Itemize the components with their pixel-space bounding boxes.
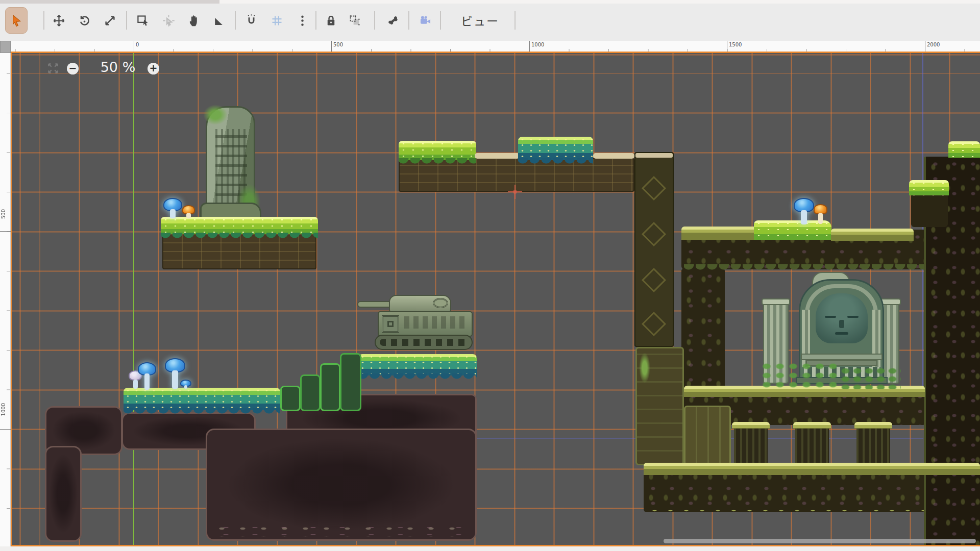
ruin-pillar-3[interactable] bbox=[856, 425, 890, 467]
mushroom-blue-bottom-1[interactable] bbox=[138, 362, 156, 390]
top-platform-tan-edge2 bbox=[593, 153, 634, 159]
top-platform-grass-left[interactable] bbox=[399, 141, 476, 160]
rotate-tool-button[interactable] bbox=[73, 7, 95, 34]
snap-magnet-button[interactable] bbox=[240, 7, 262, 34]
tank-body-lines bbox=[404, 316, 469, 329]
teal-platform-fringe bbox=[124, 408, 280, 417]
resize-tool-button[interactable] bbox=[99, 7, 121, 34]
select-instances-button[interactable] bbox=[132, 7, 154, 34]
rotate-icon bbox=[78, 14, 91, 28]
tank[interactable] bbox=[357, 292, 474, 356]
statue-step1 bbox=[801, 354, 883, 360]
canvas-frame-left bbox=[11, 53, 12, 546]
ruler-major-tick bbox=[0, 231, 11, 232]
canvas-frame-bottom bbox=[11, 545, 980, 546]
move-icon bbox=[52, 14, 66, 28]
zoom-out-button[interactable]: − bbox=[67, 63, 79, 74]
fit-view-icon[interactable] bbox=[46, 62, 60, 75]
ruler-label: 1000 bbox=[531, 42, 544, 47]
right-platform-moss-right bbox=[831, 229, 914, 241]
triangle-icon bbox=[212, 14, 226, 28]
bone-tool-button[interactable] bbox=[382, 7, 404, 34]
tank-wheels bbox=[380, 339, 468, 346]
resize-icon bbox=[103, 14, 117, 28]
camera-tool-button[interactable] bbox=[414, 7, 436, 34]
select-rect-cursor-icon bbox=[136, 14, 150, 28]
tab-strip-rest bbox=[219, 0, 980, 4]
grid-icon bbox=[270, 14, 284, 28]
tank-platform-grass[interactable] bbox=[358, 354, 477, 375]
ruin-pillar-3-cap bbox=[854, 422, 892, 429]
ruin-pillar-1-cap bbox=[732, 422, 770, 429]
ruler-major-tick bbox=[0, 429, 11, 430]
toolbar: ビュー bbox=[0, 0, 980, 41]
ruler-label: 0 bbox=[136, 42, 139, 47]
vine-stairs[interactable] bbox=[280, 351, 362, 412]
stone-face-statue[interactable] bbox=[763, 272, 899, 388]
right-platform-moss-left bbox=[681, 227, 756, 240]
mushroom-orange-left-top[interactable] bbox=[182, 205, 195, 218]
pan-hand-button[interactable] bbox=[183, 7, 205, 34]
corner-tool-button[interactable] bbox=[207, 7, 230, 34]
mushroom-blue-right[interactable] bbox=[794, 198, 814, 224]
ruler-corner bbox=[0, 41, 11, 53]
cave-bracket-column[interactable] bbox=[45, 446, 82, 542]
top-platform-tan-edge bbox=[475, 153, 520, 159]
ruler-label: 1000 bbox=[1, 403, 6, 416]
ruler-label: 500 bbox=[333, 42, 343, 47]
more-options-button[interactable] bbox=[291, 7, 313, 34]
origin-point-marker[interactable] bbox=[508, 185, 522, 199]
tank-platform-fringe bbox=[358, 373, 477, 383]
toolbar-separator bbox=[440, 11, 441, 30]
monolith-platform-grass[interactable] bbox=[161, 217, 318, 234]
ruin-pillar-2-cap bbox=[793, 422, 831, 429]
right-top-step-grass[interactable] bbox=[948, 141, 980, 158]
horizontal-scrollbar[interactable] bbox=[664, 539, 976, 543]
bottom-right-platform-grass bbox=[644, 463, 980, 475]
tab-strip-active bbox=[0, 0, 219, 4]
bone-icon bbox=[386, 14, 400, 28]
cursor-icon bbox=[10, 14, 23, 28]
lock-tool-button[interactable] bbox=[320, 7, 342, 34]
grid-toggle-button[interactable] bbox=[265, 7, 288, 34]
ruin-pillar-2[interactable] bbox=[795, 425, 829, 467]
mossy-block-b[interactable] bbox=[684, 406, 731, 465]
level-editor-window: ビュー 0 500 1000 1500 2000 500 1000 bbox=[0, 0, 980, 551]
mushroom-blue-left-top[interactable] bbox=[163, 198, 182, 218]
mossy-block-a[interactable] bbox=[635, 347, 684, 465]
toolbar-separator bbox=[235, 11, 236, 30]
statue-vines bbox=[840, 367, 901, 389]
window-bottom-strip bbox=[0, 546, 980, 551]
lock-icon bbox=[324, 14, 338, 28]
select-cursor-button[interactable] bbox=[5, 7, 28, 34]
vertical-ruler: 500 1000 bbox=[0, 53, 11, 546]
dim-cursor-icon bbox=[162, 14, 176, 28]
teal-platform-grass[interactable] bbox=[124, 388, 280, 410]
ruler-label: 2000 bbox=[927, 42, 940, 47]
hand-icon bbox=[187, 14, 201, 28]
kebab-icon bbox=[296, 14, 309, 28]
big-cave-block[interactable] bbox=[206, 429, 477, 541]
toolbar-separator bbox=[315, 11, 316, 30]
monolith-platform-fringe bbox=[161, 233, 318, 241]
move-tool-button[interactable] bbox=[47, 7, 70, 34]
mushroom-blue-tiny[interactable] bbox=[180, 380, 191, 389]
view-menu-button[interactable]: ビュー bbox=[456, 7, 504, 34]
tank-hatch bbox=[433, 298, 448, 308]
scene-canvas[interactable]: − 50 % + bbox=[11, 53, 980, 546]
tank-barrel bbox=[357, 301, 393, 308]
view-menu-label: ビュー bbox=[461, 12, 499, 29]
top-platform-teal-fringe bbox=[518, 158, 593, 166]
mossy-monolith[interactable] bbox=[206, 106, 255, 217]
top-platform-grass-teal[interactable] bbox=[518, 137, 593, 160]
top-platform-grass-left-fringe bbox=[399, 158, 476, 165]
pick-cursor-button[interactable] bbox=[157, 7, 180, 34]
canvas-frame-top bbox=[11, 52, 980, 53]
toolbar-separator bbox=[126, 11, 127, 30]
diamond-column[interactable] bbox=[634, 152, 674, 347]
mushroom-orange-right[interactable] bbox=[814, 204, 827, 224]
zoom-in-button[interactable]: + bbox=[148, 63, 159, 74]
mask-tool-button[interactable] bbox=[344, 7, 366, 34]
ruin-pillar-1[interactable] bbox=[734, 425, 768, 467]
ruler-label: 1500 bbox=[729, 42, 742, 47]
